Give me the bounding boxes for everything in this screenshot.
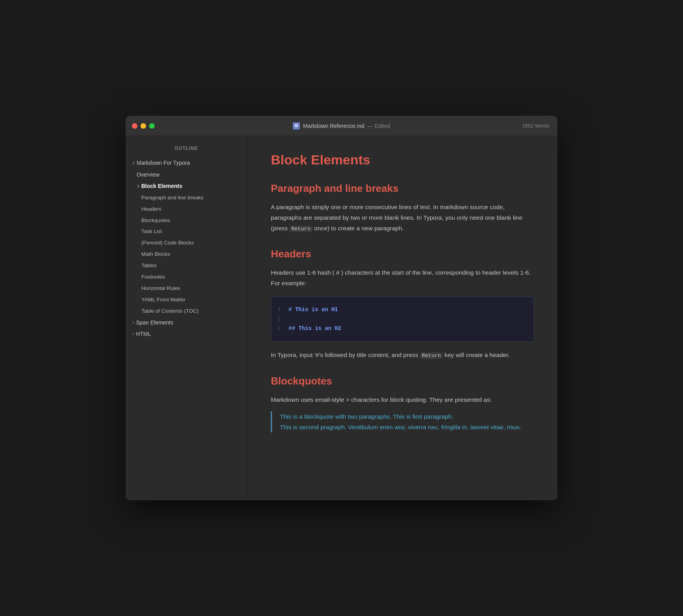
blockquote-container: This is a blockquote with two paragraphs…	[271, 411, 534, 432]
titlebar-center: M Markdown Reference.md — Edited	[293, 122, 390, 129]
chevron-right-icon: >	[132, 320, 134, 326]
code-content-3: ## This is an H2	[289, 324, 341, 334]
sidebar-item-label: Markdown For Typora	[137, 159, 190, 167]
sidebar-item-fenced-code-blocks[interactable]: (Fenced) Code Blocks	[126, 237, 247, 249]
sidebar-item-label: Horizontal Rules	[141, 285, 180, 292]
edited-label: — Edited	[367, 123, 390, 129]
word-count: 1952 Words	[522, 123, 550, 129]
paragraph-text: A paragraph is simply one or more consec…	[271, 202, 534, 234]
line-number-3: 3	[271, 324, 289, 333]
sidebar-item-headers[interactable]: Headers	[126, 204, 247, 215]
sidebar-item-label: YAML Front Matter	[141, 296, 186, 304]
sidebar-item-label: Span Elements	[136, 319, 173, 327]
blockquotes-paragraph: Markdown uses email-style > characters f…	[271, 394, 534, 405]
main-area: OUTLINE ∨ Markdown For Typora Overview ∨…	[126, 136, 557, 500]
file-icon: M	[293, 122, 300, 129]
blockquote-line-1: This is a blockquote with two paragraphs…	[280, 411, 534, 422]
sidebar-item-paragraph-line-breaks[interactable]: Paragraph and line breaks	[126, 192, 247, 204]
chevron-icon: ∨	[137, 183, 140, 189]
sidebar-item-horizontal-rules[interactable]: Horizontal Rules	[126, 283, 247, 294]
maximize-button[interactable]	[149, 123, 155, 129]
sidebar-item-label: Paragraph and line breaks	[141, 194, 203, 202]
sidebar-item-label: Table of Contents (TOC)	[141, 308, 199, 315]
content-area: Block Elements Paragraph and line breaks…	[247, 136, 557, 500]
sidebar-item-footnotes[interactable]: Footnotes	[126, 272, 247, 283]
headers-section-heading: Headers	[271, 248, 534, 261]
filename-label: Markdown Reference.md	[303, 123, 364, 129]
code-line-1: 1 # This is an H1	[271, 305, 526, 315]
code-block: 1 # This is an H1 2 3 ## This is an H2	[271, 297, 534, 342]
sidebar-item-label: Footnotes	[141, 273, 165, 281]
sidebar-item-label: Math Blocks	[141, 251, 170, 258]
sidebar-item-html[interactable]: > HTML	[126, 328, 247, 340]
sidebar-item-markdown-for-typora[interactable]: ∨ Markdown For Typora	[126, 157, 247, 169]
sidebar-item-label: (Fenced) Code Blocks	[141, 239, 194, 247]
paragraph-section-heading: Paragraph and line breaks	[271, 182, 534, 195]
sidebar-item-toc[interactable]: Table of Contents (TOC)	[126, 306, 247, 317]
code-line-2: 2	[271, 315, 526, 324]
sidebar-title: OUTLINE	[126, 142, 247, 157]
sidebar-item-label: Block Elements	[141, 182, 182, 190]
sidebar: OUTLINE ∨ Markdown For Typora Overview ∨…	[126, 136, 247, 500]
sidebar-item-yaml-front-matter[interactable]: YAML Front Matter	[126, 294, 247, 306]
sidebar-item-span-elements[interactable]: > Span Elements	[126, 317, 247, 329]
app-window: M Markdown Reference.md — Edited 1952 Wo…	[126, 116, 557, 500]
headers-paragraph-2: In Typora, input '#'s followed by title …	[271, 350, 534, 361]
sidebar-item-overview[interactable]: Overview	[126, 169, 247, 181]
sidebar-item-block-elements[interactable]: ∨ Block Elements	[126, 180, 247, 192]
minimize-button[interactable]	[141, 123, 146, 129]
line-number-1: 1	[271, 305, 289, 314]
inline-code-return-2: Return	[420, 352, 443, 359]
headers-paragraph: Headers use 1-6 hash ( # ) characters at…	[271, 267, 534, 288]
sidebar-item-label: HTML	[136, 330, 151, 338]
sidebar-item-label: Blockquotes	[141, 217, 170, 224]
sidebar-item-label: Task List	[141, 228, 162, 235]
inline-code-return: Return	[289, 226, 312, 232]
main-heading: Block Elements	[271, 152, 534, 168]
code-line-3: 3 ## This is an H2	[271, 324, 526, 334]
sidebar-item-label: Overview	[137, 171, 159, 179]
sidebar-item-blockquotes[interactable]: Blockquotes	[126, 215, 247, 226]
sidebar-item-label: Tables	[141, 262, 157, 270]
line-number-2: 2	[271, 315, 289, 324]
sidebar-item-tables[interactable]: Tables	[126, 260, 247, 272]
titlebar: M Markdown Reference.md — Edited 1952 Wo…	[126, 116, 557, 136]
blockquote-line-2: This is second pragraph. Vestibulum enim…	[280, 422, 534, 432]
blockquotes-section-heading: Blockquotes	[271, 375, 534, 388]
sidebar-item-label: Headers	[141, 206, 161, 213]
sidebar-item-task-list[interactable]: Task List	[126, 226, 247, 237]
code-content-1: # This is an H1	[289, 305, 338, 315]
sidebar-item-math-blocks[interactable]: Math Blocks	[126, 249, 247, 260]
chevron-icon: ∨	[132, 160, 135, 166]
chevron-right-icon: >	[132, 331, 134, 337]
close-button[interactable]	[132, 123, 137, 129]
traffic-lights	[132, 123, 155, 129]
